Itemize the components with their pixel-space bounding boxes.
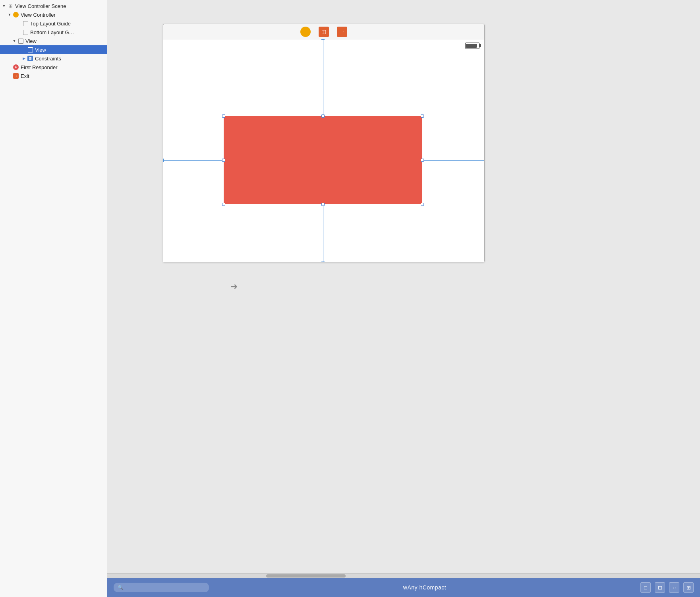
status-icons: □ ⊡ ↔ ⊞ [640, 582, 694, 593]
first-responder-icon: F [13, 64, 19, 70]
constraint-tick-right [484, 159, 484, 162]
search-input[interactable] [114, 583, 209, 592]
vc-screen[interactable] [163, 39, 484, 262]
sidebar-item-first-responder[interactable]: F First Responder [0, 63, 107, 72]
layout-icon-1[interactable]: □ [640, 582, 651, 593]
red-view[interactable] [224, 116, 422, 204]
horizontal-scrollbar[interactable] [107, 573, 700, 578]
arrow-placeholder [21, 47, 26, 52]
layout-icon-2[interactable]: ⊡ [655, 582, 665, 593]
layout-icon-4[interactable]: ⊞ [683, 582, 694, 593]
small-square-icon [22, 20, 29, 27]
sidebar-item-label: View [35, 47, 46, 53]
vc-cube-icon[interactable]: ◫ [319, 27, 329, 37]
sidebar-item-view-controller-scene[interactable]: ▼ ⊞ View Controller Scene [0, 2, 107, 10]
yellow-circle-icon [13, 12, 19, 18]
small-square-icon [22, 29, 29, 35]
arrow-placeholder [7, 65, 12, 70]
vc-header: ◫ → [163, 24, 484, 39]
constraint-tick-top [321, 39, 325, 40]
vc-exit-icon[interactable]: → [337, 27, 347, 37]
handle-top-left[interactable] [222, 114, 225, 118]
constraint-vertical-top [323, 39, 323, 118]
status-bar: wAny hCompact □ ⊡ ↔ ⊞ [107, 578, 700, 597]
exit-icon: → [13, 73, 19, 79]
sidebar-item-label: Constraints [35, 56, 61, 62]
arrow-icon: ▼ [2, 4, 6, 8]
sidebar: ▼ ⊞ View Controller Scene ▼ View Control… [0, 0, 107, 597]
small-square-icon [17, 38, 24, 44]
sidebar-item-label: View Controller [21, 12, 56, 18]
view-controller-box: ◫ → [163, 24, 485, 262]
scene-icon: ⊞ [7, 3, 14, 9]
constraint-horizontal-right [422, 160, 484, 161]
sidebar-item-top-layout-guide[interactable]: Top Layout Guide [0, 19, 107, 28]
sidebar-item-label: View [25, 38, 37, 44]
handle-bottom-right[interactable] [421, 203, 424, 206]
battery-icon [465, 43, 480, 49]
vc-yellow-circle-icon[interactable] [300, 27, 311, 37]
scrollbar-thumb[interactable] [266, 574, 346, 578]
handle-bottom-left[interactable] [222, 203, 225, 206]
canvas-scroll[interactable]: ➜ ◫ → [107, 0, 700, 573]
size-class-label: wAny hCompact [214, 584, 636, 591]
handle-bottom-center[interactable] [321, 203, 325, 206]
sidebar-item-bottom-layout-guide[interactable]: Bottom Layout G… [0, 28, 107, 37]
constraint-tick-left [163, 159, 164, 162]
sidebar-item-constraints[interactable]: ▶ ⊞ Constraints [0, 54, 107, 63]
handle-middle-left[interactable] [222, 159, 225, 162]
handle-middle-right[interactable] [421, 159, 424, 162]
sidebar-item-label: Top Layout Guide [30, 21, 71, 27]
canvas-area: ➜ ◫ → [107, 0, 700, 597]
arrow-icon: ▼ [12, 39, 17, 43]
sidebar-item-view-parent[interactable]: ▼ View [0, 37, 107, 45]
handle-top-right[interactable] [421, 114, 424, 118]
battery-fill [466, 44, 477, 48]
handle-top-center[interactable] [321, 114, 325, 118]
arrow-placeholder [17, 30, 21, 35]
sidebar-item-label: First Responder [21, 64, 57, 70]
arrow-placeholder [17, 21, 21, 26]
sidebar-item-label: Exit [21, 73, 29, 79]
arrow-icon: ▼ [7, 12, 12, 17]
small-square-icon [27, 47, 33, 53]
constraint-tick-bottom [321, 262, 325, 262]
constraint-vertical-bottom [323, 204, 323, 262]
sidebar-item-view-controller[interactable]: ▼ View Controller [0, 10, 107, 19]
sidebar-item-view-child[interactable]: View [0, 45, 107, 54]
layout-icon-3[interactable]: ↔ [669, 582, 679, 593]
main-container: ▼ ⊞ View Controller Scene ▼ View Control… [0, 0, 700, 597]
arrow-placeholder [7, 74, 12, 78]
constraint-horizontal-left [163, 160, 225, 161]
constraints-icon: ⊞ [27, 55, 33, 62]
arrow-icon: ▶ [21, 56, 26, 61]
entry-arrow: ➜ [230, 281, 238, 292]
sidebar-item-label: View Controller Scene [15, 3, 66, 9]
sidebar-item-label: Bottom Layout G… [30, 29, 74, 35]
sidebar-item-exit[interactable]: → Exit [0, 72, 107, 80]
